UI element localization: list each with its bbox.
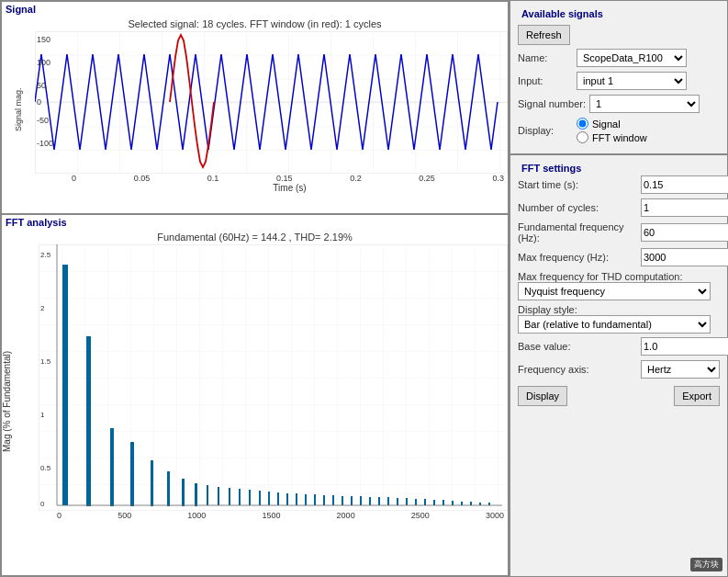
svg-text:0.5: 0.5	[40, 464, 51, 472]
max-freq-label: Max frequency (Hz):	[518, 252, 637, 263]
svg-rect-1	[35, 31, 508, 174]
svg-text:0: 0	[40, 500, 45, 508]
svg-rect-19	[110, 428, 114, 506]
display-button[interactable]: Display	[518, 386, 567, 406]
svg-rect-49	[433, 500, 435, 505]
svg-rect-42	[369, 497, 371, 505]
start-time-label: Start time (s):	[518, 179, 637, 190]
svg-text:50: 50	[37, 81, 46, 90]
display-signal-radio[interactable]	[577, 118, 588, 130]
num-cycles-input[interactable]	[641, 198, 728, 217]
display-fft-text: FFT window	[592, 132, 647, 143]
export-button[interactable]: Export	[674, 386, 720, 406]
svg-text:2.5: 2.5	[40, 251, 51, 259]
svg-rect-36	[314, 494, 316, 505]
svg-rect-30	[259, 491, 261, 505]
display-fft-radio-label[interactable]: FFT window	[577, 131, 647, 143]
fund-freq-label: Fundamental frequency (Hz):	[518, 221, 637, 243]
fft-section-title: FFT analysis	[2, 215, 508, 230]
display-fft-radio[interactable]	[577, 131, 588, 143]
fft-settings-title: FFT settings	[518, 161, 720, 175]
svg-rect-21	[151, 460, 153, 506]
base-value-input[interactable]	[641, 337, 728, 356]
svg-rect-32	[277, 492, 279, 505]
svg-rect-54	[479, 503, 481, 505]
svg-rect-34	[296, 493, 297, 505]
available-signals-panel: Available signals Refresh Name: ScopeDat…	[510, 0, 728, 154]
display-signal-radio-label[interactable]: Signal	[577, 118, 647, 130]
svg-rect-18	[86, 336, 91, 506]
fft-y-axis-label: Mag (% of Fundamental)	[2, 244, 39, 559]
fft-chart-title: Fundamental (60Hz) = 144.2 , THD= 2.19%	[2, 230, 508, 244]
svg-rect-38	[332, 495, 334, 505]
input-select[interactable]: input 1	[577, 72, 687, 90]
name-label: Name:	[518, 52, 573, 63]
signal-x-axis-labels: 00.050.10.150.20.250.3	[35, 174, 508, 183]
max-freq-input[interactable]	[641, 248, 728, 266]
svg-rect-23	[182, 479, 185, 506]
svg-rect-33	[286, 493, 288, 505]
signal-x-axis-title: Time (s)	[72, 183, 508, 193]
svg-text:0: 0	[37, 97, 41, 107]
svg-rect-44	[387, 497, 389, 505]
signal-chart-title: Selected signal: 18 cycles. FFT window (…	[2, 17, 508, 31]
max-freq-thd-label: Max frequency for THD computation:	[518, 271, 720, 282]
svg-rect-22	[167, 471, 170, 506]
freq-axis-label: Frequency axis:	[518, 364, 637, 375]
base-value-label: Base value:	[518, 341, 637, 352]
signal-y-axis-label: Signal mag.	[2, 31, 35, 187]
fft-x-axis-labels: 050010001500200025003000	[39, 511, 508, 520]
signal-section-title: Signal	[2, 2, 508, 17]
svg-rect-24	[195, 483, 197, 506]
svg-rect-26	[218, 487, 219, 505]
svg-rect-53	[470, 502, 472, 505]
svg-rect-29	[249, 490, 251, 505]
svg-rect-25	[207, 485, 208, 505]
svg-rect-48	[424, 499, 426, 505]
svg-rect-28	[239, 489, 241, 505]
svg-rect-47	[415, 499, 417, 505]
svg-rect-37	[323, 495, 325, 505]
svg-rect-51	[452, 501, 454, 505]
signal-number-label: Signal number:	[518, 98, 586, 109]
svg-rect-31	[268, 492, 270, 505]
refresh-button[interactable]: Refresh	[518, 25, 570, 45]
svg-rect-50	[442, 500, 444, 505]
name-select[interactable]: ScopeData_R100	[577, 49, 687, 67]
display-label: Display:	[518, 125, 573, 136]
freq-axis-select[interactable]: Hertz	[641, 360, 720, 379]
max-freq-thd-select[interactable]: Nyquist frequency	[518, 282, 711, 300]
svg-text:-50: -50	[37, 116, 49, 125]
svg-rect-43	[378, 497, 380, 505]
svg-rect-46	[406, 498, 408, 505]
watermark: 高方块	[690, 558, 722, 571]
svg-rect-17	[62, 265, 68, 505]
svg-text:2: 2	[40, 304, 45, 312]
display-style-label: Display style:	[518, 304, 720, 315]
svg-text:1: 1	[40, 411, 45, 419]
svg-text:150: 150	[37, 35, 50, 44]
svg-rect-10	[39, 244, 508, 511]
display-style-select[interactable]: Bar (relative to fundamental)	[518, 315, 711, 334]
svg-text:-100: -100	[37, 139, 53, 148]
svg-rect-41	[360, 496, 362, 505]
start-time-input[interactable]	[641, 175, 728, 194]
svg-rect-27	[229, 488, 230, 505]
signal-number-select[interactable]: 1	[589, 95, 700, 113]
available-signals-title: Available signals	[518, 6, 720, 21]
svg-text:100: 100	[37, 58, 50, 67]
num-cycles-label: Number of cycles:	[518, 202, 637, 213]
svg-rect-20	[130, 442, 134, 506]
display-signal-text: Signal	[592, 119, 621, 130]
svg-rect-52	[461, 502, 463, 505]
svg-rect-35	[305, 494, 307, 505]
signal-chart-area: 150 100 50 0 -50 -100 00.050.10.150.20.2…	[35, 31, 508, 187]
svg-rect-39	[342, 496, 343, 505]
fft-settings-panel: FFT settings Start time (s): Number of c…	[510, 154, 728, 577]
svg-rect-40	[351, 496, 353, 505]
input-label: Input:	[518, 75, 573, 86]
svg-text:1.5: 1.5	[40, 357, 51, 366]
fund-freq-input[interactable]	[641, 223, 728, 242]
fft-chart-container: 2.5 2 1.5 1 0.5 0	[39, 244, 508, 559]
svg-rect-55	[488, 503, 490, 505]
